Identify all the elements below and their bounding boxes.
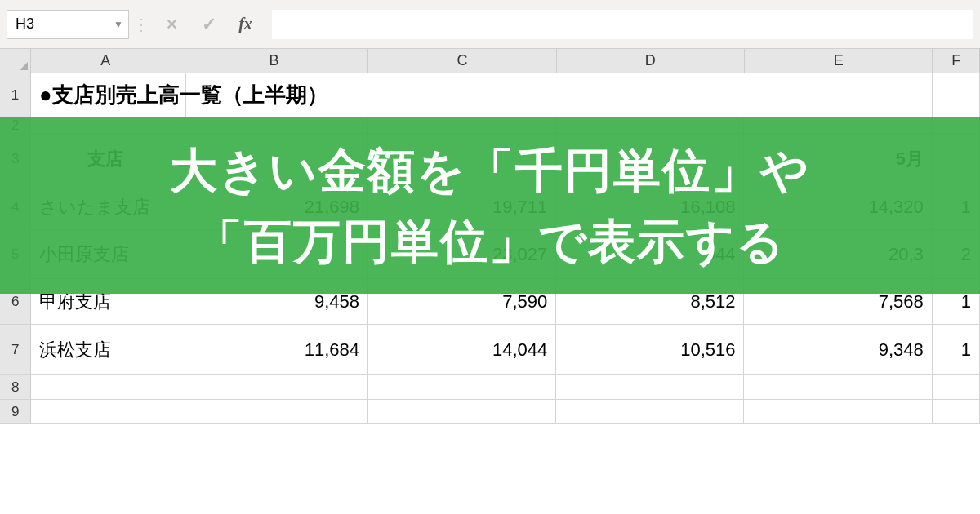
cell-C1[interactable]	[372, 73, 559, 117]
select-all-corner[interactable]	[0, 49, 31, 73]
cell-E7[interactable]: 9,348	[744, 325, 932, 374]
name-box[interactable]: H3 ▼	[7, 10, 129, 39]
cell-B1[interactable]	[186, 73, 373, 117]
row-header-8[interactable]: 8	[0, 375, 31, 399]
row-header-9[interactable]: 9	[0, 400, 31, 423]
cell-F9[interactable]	[933, 400, 980, 423]
cell-A7[interactable]: 浜松支店	[31, 325, 180, 374]
chevron-down-icon[interactable]: ▼	[114, 19, 123, 30]
cell-A9[interactable]	[31, 400, 180, 423]
column-headers: A B C D E F	[0, 49, 980, 73]
overlay-banner: 大きい金額を「千円単位」や 「百万円単位」で表示する	[0, 117, 980, 294]
formula-bar: H3 ▼ ⋮ × ✓ fx	[0, 0, 980, 49]
col-header-F[interactable]: F	[933, 49, 980, 73]
confirm-button[interactable]: ✓	[190, 8, 227, 41]
row-8: 8	[0, 375, 980, 400]
overlay-line2: 「百万円単位」で表示する	[195, 206, 786, 277]
formula-input[interactable]	[272, 10, 973, 39]
row-9: 9	[0, 400, 980, 424]
row-1: 1 ●支店別売上高一覧（上半期）	[0, 73, 980, 117]
cell-D8[interactable]	[556, 375, 744, 399]
cell-C9[interactable]	[368, 400, 556, 423]
cell-C7[interactable]: 14,044	[368, 325, 556, 374]
cell-F1[interactable]	[933, 73, 980, 117]
overlay-line1: 大きい金額を「千円単位」や	[170, 135, 810, 206]
cell-F7[interactable]: 1	[933, 325, 980, 374]
cell-F8[interactable]	[933, 375, 980, 399]
cell-D9[interactable]	[556, 400, 744, 423]
col-header-D[interactable]: D	[557, 49, 745, 73]
cell-A1[interactable]: ●支店別売上高一覧（上半期）	[31, 73, 186, 117]
cell-A8[interactable]	[31, 375, 180, 399]
row-header-7[interactable]: 7	[0, 325, 31, 374]
cell-E1[interactable]	[746, 73, 933, 117]
cell-D1[interactable]	[559, 73, 746, 117]
row-7: 7 浜松支店 11,684 14,044 10,516 9,348 1	[0, 325, 980, 375]
cell-C8[interactable]	[368, 375, 556, 399]
name-box-value: H3	[16, 16, 34, 33]
row-header-1[interactable]: 1	[0, 73, 31, 117]
col-header-A[interactable]: A	[31, 49, 180, 73]
fx-button[interactable]: fx	[227, 8, 264, 41]
cell-E9[interactable]	[744, 400, 932, 423]
col-header-C[interactable]: C	[368, 49, 556, 73]
cell-B7[interactable]: 11,684	[180, 325, 368, 374]
col-header-B[interactable]: B	[180, 49, 368, 73]
separator: ⋮	[129, 15, 154, 34]
cell-D7[interactable]: 10,516	[556, 325, 744, 374]
cell-B8[interactable]	[180, 375, 368, 399]
cancel-button[interactable]: ×	[154, 8, 190, 41]
cell-E8[interactable]	[744, 375, 932, 399]
col-header-E[interactable]: E	[745, 49, 933, 73]
cell-B9[interactable]	[180, 400, 368, 423]
